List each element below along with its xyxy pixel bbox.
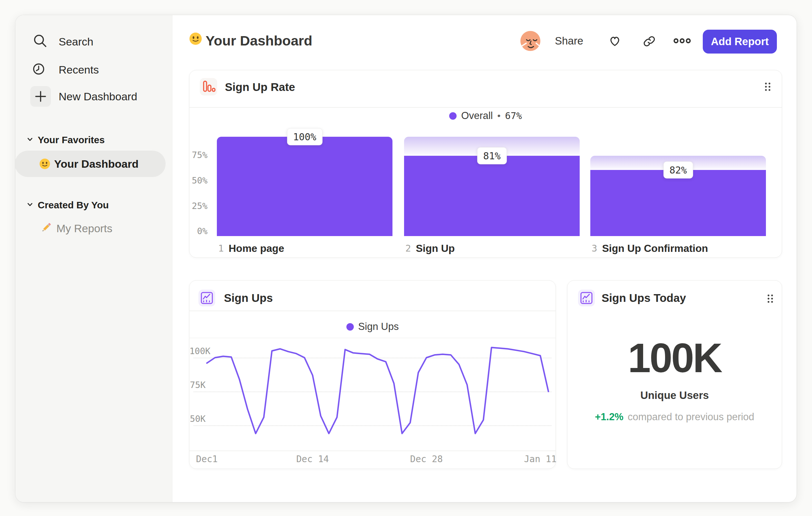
- sidebar-item-your-dashboard[interactable]: Your Dashboard: [16, 151, 166, 177]
- funnel-bar[interactable]: [217, 137, 393, 236]
- sidebar-item-label: My Reports: [56, 222, 112, 235]
- sign-up-rate-card: Sign Up Rate Overall • 67% 75%50%25%0%10…: [189, 70, 782, 258]
- sidebar-item-search[interactable]: Search: [32, 33, 93, 50]
- line-x-tick: Dec 14: [296, 454, 329, 465]
- sidebar: Search Recents New Dashboard Your Favori…: [16, 15, 172, 502]
- step-number: 1: [218, 243, 224, 254]
- more-options-icon[interactable]: [673, 38, 692, 45]
- metric-label: Unique Users: [568, 389, 782, 402]
- step-number: 2: [405, 243, 411, 254]
- funnel-y-tick: 50%: [190, 175, 207, 186]
- smiley-emoji: [39, 158, 50, 169]
- sidebar-section-your-favorites[interactable]: Your Favorites: [26, 134, 105, 145]
- chevron-down-icon: [26, 201, 33, 209]
- sidebar-item-label: Recents: [59, 63, 99, 76]
- funnel-y-tick: 75%: [190, 150, 207, 160]
- metric-value: 100K: [568, 335, 782, 381]
- card-title: Sign Ups Today: [602, 291, 686, 305]
- sidebar-item-new-dashboard[interactable]: New Dashboard: [30, 86, 137, 107]
- favorite-heart-icon[interactable]: [608, 34, 621, 49]
- section-header-label: Created By You: [38, 200, 109, 211]
- step-name: Home page: [228, 243, 284, 254]
- dashboard-title-emoji: [189, 32, 202, 47]
- sign-ups-today-card: Sign Ups Today 100K Unique Users +1.2% c…: [567, 280, 782, 469]
- line-x-tick: Dec1: [196, 454, 218, 465]
- funnel-y-tick: 0%: [190, 226, 207, 236]
- funnel-value-label: 100%: [287, 128, 322, 145]
- step-name: Sign Up: [416, 243, 455, 254]
- funnel-step-label: 3Sign Up Confirmation: [591, 242, 708, 255]
- line-chart-icon: [578, 290, 595, 306]
- avatar[interactable]: [520, 31, 540, 51]
- sidebar-section-created-by-you[interactable]: Created By You: [26, 200, 109, 211]
- funnel-step-label: 2Sign Up: [405, 242, 455, 255]
- delta-note: compared to previous period: [628, 411, 754, 423]
- copy-link-icon[interactable]: [643, 35, 656, 49]
- search-icon: [32, 33, 48, 50]
- sidebar-item-label: Your Dashboard: [54, 158, 139, 170]
- sidebar-item-my-reports[interactable]: My Reports: [40, 222, 112, 235]
- line-x-tick: Jan 11: [524, 454, 556, 465]
- metric-delta: +1.2% compared to previous period: [568, 411, 782, 424]
- add-report-button[interactable]: Add Report: [703, 30, 777, 54]
- pencil-emoji: [40, 222, 52, 235]
- funnel-value-label: 82%: [663, 162, 693, 179]
- page-title: Your Dashboard: [206, 33, 312, 48]
- step-name: Sign Up Confirmation: [602, 243, 708, 254]
- x-axis-line: [190, 451, 555, 451]
- app-window: Search Recents New Dashboard Your Favori…: [16, 15, 796, 502]
- plus-icon: [30, 86, 51, 107]
- funnel-bar[interactable]: [590, 170, 766, 236]
- funnel-bar[interactable]: [404, 156, 580, 236]
- sidebar-item-recents[interactable]: Recents: [31, 61, 99, 78]
- chevron-down-icon: [26, 136, 33, 144]
- line-chart-plot: 100K75K50KDec1Dec 14Dec 28Jan 11: [190, 280, 555, 469]
- funnel-y-tick: 25%: [190, 201, 207, 211]
- sidebar-item-label: New Dashboard: [59, 90, 137, 103]
- drag-handle-icon[interactable]: [766, 294, 775, 303]
- sign-ups-line-series: [190, 280, 556, 469]
- funnel-plot: 75%50%25%0%100%1Home page81%2Sign Up82%3…: [190, 70, 782, 257]
- funnel-value-label: 81%: [477, 147, 506, 164]
- line-x-tick: Dec 28: [410, 454, 443, 465]
- step-number: 3: [591, 243, 597, 254]
- share-button[interactable]: Share: [555, 34, 583, 47]
- clock-icon: [31, 61, 47, 78]
- funnel-step-label: 1Home page: [218, 242, 284, 255]
- sign-ups-card: Sign Ups Sign Ups 100K75K50KDec1Dec 14De…: [189, 280, 556, 469]
- delta-value: +1.2%: [595, 411, 624, 423]
- section-header-label: Your Favorites: [38, 134, 105, 145]
- sidebar-item-label: Search: [59, 35, 93, 48]
